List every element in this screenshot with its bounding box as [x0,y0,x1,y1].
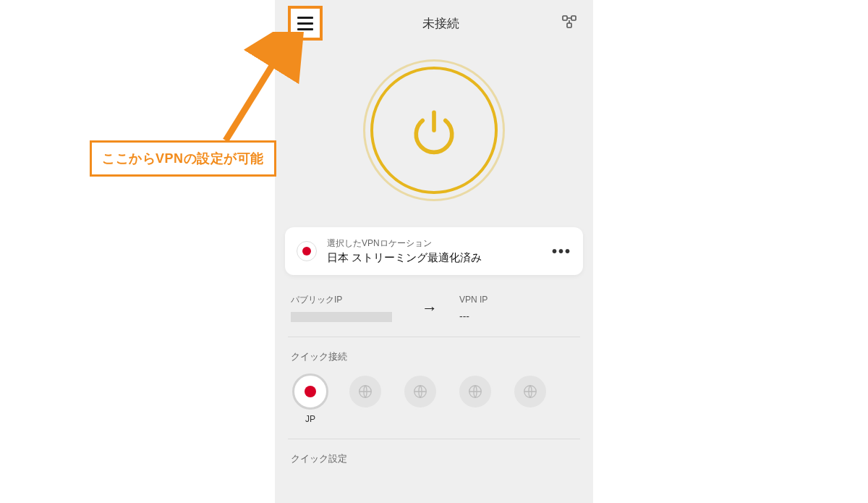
annotation-callout: ここからVPNの設定が可能 [90,140,276,177]
location-card[interactable]: 選択したVPNロケーション 日本 ストリーミング最適化済み ••• [285,227,583,275]
globe-icon [512,373,548,410]
location-card-text: 選択したVPNロケーション 日本 ストリーミング最適化済み [327,237,542,265]
connection-status: 未接続 [422,15,459,32]
flag-jp-icon [292,373,328,410]
quick-connect-item[interactable] [346,373,385,424]
quick-settings-label: クイック設定 [291,452,577,465]
svg-rect-2 [571,16,576,20]
widget-icon[interactable] [561,13,578,33]
app-header: 未接続 [275,0,593,46]
quick-connect-item[interactable] [456,373,495,424]
divider [288,439,580,439]
public-ip-masked [291,312,392,322]
globe-icon [457,373,493,410]
app-window: 未接続 [275,0,593,503]
quick-connect-item[interactable]: JP [291,373,330,424]
quick-connect-row: JP [291,373,577,424]
quick-connect-label: クイック接続 [291,350,577,363]
quick-connect-item[interactable] [511,373,550,424]
arrow-right-icon: → [422,299,438,318]
public-ip-col: パブリックIP [291,294,409,322]
power-button-area [275,59,593,201]
globe-icon [402,373,438,410]
svg-rect-3 [567,23,571,28]
location-card-value: 日本 ストリーミング最適化済み [327,251,542,265]
quick-connect-item-label: JP [305,414,315,424]
svg-rect-1 [563,16,567,20]
vpn-ip-col: VPN IP --- [459,295,577,322]
quick-connect-item[interactable] [401,373,440,424]
globe-icon [347,373,383,410]
ip-row: パブリックIP → VPN IP --- [291,294,577,322]
power-button[interactable] [363,59,505,201]
menu-button[interactable] [288,6,323,41]
public-ip-label: パブリックIP [291,294,409,306]
location-card-label: 選択したVPNロケーション [327,237,542,250]
more-icon[interactable]: ••• [552,243,571,260]
flag-jp-icon [297,241,317,261]
vpn-ip-value: --- [459,310,577,322]
power-icon [408,104,460,156]
hamburger-icon [297,17,313,30]
vpn-ip-label: VPN IP [459,295,577,305]
divider [288,337,580,337]
